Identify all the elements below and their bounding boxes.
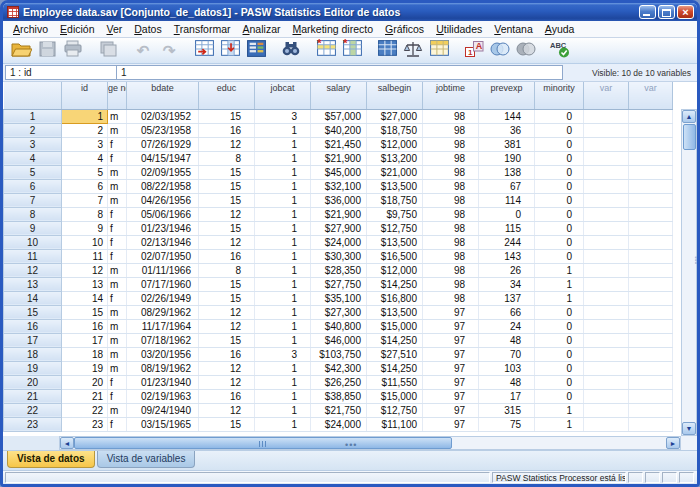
cell[interactable] <box>629 109 673 123</box>
cell[interactable]: 1 <box>255 179 311 193</box>
row-header-7[interactable]: 7 <box>4 193 62 207</box>
cell[interactable]: 3 <box>255 347 311 361</box>
column-header-var[interactable]: var <box>629 82 673 109</box>
column-header-bdate[interactable]: bdate <box>127 82 199 109</box>
menu-marketing-directo[interactable]: Marketing directo <box>286 22 379 36</box>
tab-vista-de-variables[interactable]: Vista de variables <box>97 451 196 468</box>
cell[interactable] <box>629 347 673 361</box>
cell[interactable]: $12,750 <box>367 221 423 235</box>
cell[interactable]: 02/07/1950 <box>127 249 199 263</box>
cell[interactable]: 1 <box>255 221 311 235</box>
dialog-recall-button[interactable] <box>95 40 121 62</box>
cell[interactable] <box>629 291 673 305</box>
cell[interactable] <box>629 165 673 179</box>
cell[interactable]: 12 <box>199 235 255 249</box>
cell[interactable]: 190 <box>479 151 535 165</box>
cell[interactable]: 14 <box>62 291 108 305</box>
cell[interactable]: 137 <box>479 291 535 305</box>
cell[interactable] <box>629 403 673 417</box>
maximize-button[interactable] <box>658 5 675 19</box>
cell[interactable]: 16 <box>62 319 108 333</box>
scroll-left-arrow-icon[interactable]: ◄ <box>60 437 74 449</box>
cell[interactable]: 0 <box>535 165 584 179</box>
open-data-button[interactable] <box>8 40 34 62</box>
row-header-2[interactable]: 2 <box>4 123 62 137</box>
horizontal-scrollbar[interactable]: ◄ ► <box>59 436 681 450</box>
split-file-button[interactable] <box>374 40 400 62</box>
undo-button[interactable]: ↶ <box>130 40 156 62</box>
cell[interactable] <box>629 305 673 319</box>
cell[interactable]: 98 <box>423 221 479 235</box>
column-header-salary[interactable]: salary <box>311 82 367 109</box>
cell[interactable]: 08/22/1958 <box>127 179 199 193</box>
value-labels-button[interactable]: 1A <box>461 40 487 62</box>
cell[interactable] <box>584 319 629 333</box>
menu-analizar[interactable]: Analizar <box>237 22 287 36</box>
cell[interactable]: 1 <box>535 263 584 277</box>
cell[interactable]: 8 <box>62 207 108 221</box>
cell[interactable]: f <box>108 249 127 263</box>
cell[interactable]: 1 <box>255 249 311 263</box>
cell[interactable]: 01/23/1940 <box>127 375 199 389</box>
cell[interactable]: 1 <box>255 389 311 403</box>
row-header-4[interactable]: 4 <box>4 151 62 165</box>
row-header-12[interactable]: 12 <box>4 263 62 277</box>
cell[interactable]: $15,000 <box>367 319 423 333</box>
cell[interactable]: 98 <box>423 277 479 291</box>
cell[interactable]: 97 <box>423 361 479 375</box>
cell[interactable]: 97 <box>423 333 479 347</box>
cell[interactable]: 97 <box>423 389 479 403</box>
row-header-3[interactable]: 3 <box>4 137 62 151</box>
row-header-10[interactable]: 10 <box>4 235 62 249</box>
cell[interactable]: 3 <box>62 137 108 151</box>
cell[interactable]: 1 <box>255 417 311 431</box>
cell[interactable]: 97 <box>423 417 479 431</box>
cell[interactable]: 10 <box>62 235 108 249</box>
cell[interactable]: 3 <box>255 109 311 123</box>
cell[interactable]: m <box>108 277 127 291</box>
cell[interactable]: $42,300 <box>311 361 367 375</box>
cell[interactable]: $21,450 <box>311 137 367 151</box>
cell[interactable]: 12 <box>199 207 255 221</box>
cell[interactable]: m <box>108 123 127 137</box>
cell[interactable]: $27,300 <box>311 305 367 319</box>
cell[interactable]: 1 <box>255 361 311 375</box>
spell-check-button[interactable]: ABC <box>548 40 574 62</box>
cell[interactable]: $21,900 <box>311 151 367 165</box>
cell[interactable]: 22 <box>62 403 108 417</box>
cell[interactable]: 48 <box>479 375 535 389</box>
menu-datos[interactable]: Datos <box>128 22 167 36</box>
cell[interactable]: 13 <box>62 277 108 291</box>
cell[interactable]: 1 <box>535 291 584 305</box>
column-header-gender[interactable]: ge nd er <box>108 82 127 109</box>
cell[interactable] <box>584 221 629 235</box>
cell[interactable]: 48 <box>479 333 535 347</box>
cell[interactable]: 16 <box>199 123 255 137</box>
cell[interactable] <box>629 179 673 193</box>
insert-cases-button[interactable]: * <box>313 40 339 62</box>
cell[interactable]: $12,000 <box>367 263 423 277</box>
cell[interactable]: 1 <box>535 403 584 417</box>
cell[interactable]: $40,200 <box>311 123 367 137</box>
horizontal-scroll-thumb[interactable] <box>74 437 452 449</box>
cell[interactable]: 0 <box>535 207 584 221</box>
cell-editor-field[interactable]: 1 <box>117 65 563 80</box>
cell[interactable]: 9 <box>62 221 108 235</box>
cell[interactable]: 66 <box>479 305 535 319</box>
cell[interactable] <box>584 403 629 417</box>
cell[interactable] <box>584 347 629 361</box>
cell[interactable]: 98 <box>423 193 479 207</box>
cell[interactable]: 16 <box>199 249 255 263</box>
scroll-right-arrow-icon[interactable]: ► <box>666 437 680 449</box>
cell[interactable]: 24 <box>479 319 535 333</box>
cell[interactable]: 6 <box>62 179 108 193</box>
cell[interactable]: 97 <box>423 347 479 361</box>
cell[interactable]: 1 <box>255 305 311 319</box>
cell[interactable]: 1 <box>255 277 311 291</box>
cell[interactable]: $30,300 <box>311 249 367 263</box>
cell[interactable] <box>629 333 673 347</box>
cell[interactable]: 36 <box>479 123 535 137</box>
cell[interactable]: 98 <box>423 179 479 193</box>
column-header-salbegin[interactable]: salbegin <box>367 82 423 109</box>
cell[interactable]: $21,750 <box>311 403 367 417</box>
